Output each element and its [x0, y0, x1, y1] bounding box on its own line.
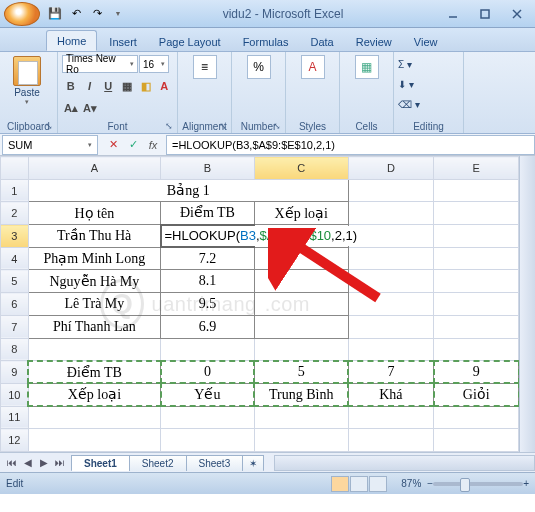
cell[interactable]: 6.9	[161, 315, 255, 338]
cell[interactable]	[434, 202, 519, 225]
underline-button[interactable]: U	[99, 77, 117, 95]
cell[interactable]	[348, 338, 433, 361]
cell[interactable]	[348, 429, 433, 452]
zoom-in-button[interactable]: +	[523, 478, 529, 489]
redo-icon[interactable]: ↷	[88, 5, 106, 23]
clear-button[interactable]: ⌫ ▾	[398, 94, 459, 114]
cell[interactable]: Nguyễn Hà My	[28, 270, 160, 293]
cell[interactable]	[434, 406, 519, 429]
cell[interactable]	[254, 247, 348, 270]
view-page-layout-button[interactable]	[350, 476, 368, 492]
zoom-percent[interactable]: 87%	[401, 478, 421, 489]
cell[interactable]: Phí Thanh Lan	[28, 315, 160, 338]
italic-button[interactable]: I	[81, 77, 99, 95]
cell[interactable]	[434, 315, 519, 338]
cell[interactable]	[28, 429, 160, 452]
sheet-nav-prev-icon[interactable]: ◀	[20, 455, 36, 471]
cells-icon[interactable]: ▦	[355, 55, 379, 79]
font-size-box[interactable]: 16▾	[139, 55, 169, 73]
styles-icon[interactable]: A	[301, 55, 325, 79]
cell[interactable]: Xếp loại	[28, 383, 160, 406]
undo-icon[interactable]: ↶	[67, 5, 85, 23]
sheet-nav-last-icon[interactable]: ⏭	[52, 455, 68, 471]
cell[interactable]	[434, 338, 519, 361]
save-icon[interactable]: 💾	[46, 5, 64, 23]
cell[interactable]: Phạm Minh Long	[28, 247, 160, 270]
cell[interactable]	[254, 270, 348, 293]
select-all-corner[interactable]	[1, 157, 29, 180]
bold-button[interactable]: B	[62, 77, 80, 95]
view-normal-button[interactable]	[331, 476, 349, 492]
row-header[interactable]: 3	[1, 225, 29, 248]
row-header[interactable]: 7	[1, 315, 29, 338]
col-header-b[interactable]: B	[161, 157, 255, 180]
tab-formulas[interactable]: Formulas	[233, 32, 299, 51]
cell[interactable]: Giỏi	[434, 383, 519, 406]
row-header[interactable]: 4	[1, 247, 29, 270]
maximize-button[interactable]	[471, 5, 499, 23]
row-header[interactable]: 9	[1, 361, 29, 384]
cell[interactable]: 9	[434, 361, 519, 384]
vertical-scrollbar[interactable]	[519, 156, 535, 452]
tab-insert[interactable]: Insert	[99, 32, 147, 51]
cell[interactable]: Bảng 1	[28, 179, 348, 202]
cell[interactable]	[434, 247, 519, 270]
col-header-a[interactable]: A	[28, 157, 160, 180]
cell[interactable]	[434, 225, 519, 248]
number-expand-icon[interactable]: ⤡	[271, 120, 283, 132]
cell[interactable]	[254, 429, 348, 452]
zoom-slider[interactable]	[433, 482, 523, 486]
row-header[interactable]: 8	[1, 338, 29, 361]
row-header[interactable]: 11	[1, 406, 29, 429]
name-box[interactable]: SUM▾	[2, 135, 98, 155]
cell[interactable]	[348, 247, 433, 270]
cell[interactable]	[434, 293, 519, 316]
qat-customize-icon[interactable]: ▼	[109, 5, 127, 23]
cell[interactable]	[348, 406, 433, 429]
horizontal-scrollbar[interactable]	[274, 455, 535, 471]
cell[interactable]: 0	[161, 361, 255, 384]
col-header-e[interactable]: E	[434, 157, 519, 180]
cell[interactable]	[348, 202, 433, 225]
row-header[interactable]: 1	[1, 179, 29, 202]
cancel-formula-icon[interactable]: ✕	[104, 136, 122, 154]
cell[interactable]: Lê Trà My	[28, 293, 160, 316]
alignment-expand-icon[interactable]: ⤡	[217, 120, 229, 132]
tab-data[interactable]: Data	[300, 32, 343, 51]
fill-button[interactable]: ⬇ ▾	[398, 74, 459, 94]
cell[interactable]: Họ tên	[28, 202, 160, 225]
font-name-box[interactable]: Times New Ro▾	[62, 55, 138, 73]
tab-page-layout[interactable]: Page Layout	[149, 32, 231, 51]
cell[interactable]	[161, 406, 255, 429]
office-button[interactable]	[4, 2, 40, 26]
cell[interactable]	[28, 338, 160, 361]
sheet-nav-first-icon[interactable]: ⏮	[4, 455, 20, 471]
cell[interactable]	[348, 293, 433, 316]
font-color-button[interactable]: A	[155, 77, 173, 95]
cell[interactable]	[254, 406, 348, 429]
view-page-break-button[interactable]	[369, 476, 387, 492]
cell[interactable]	[254, 338, 348, 361]
tab-home[interactable]: Home	[46, 30, 97, 51]
enter-formula-icon[interactable]: ✓	[124, 136, 142, 154]
tab-review[interactable]: Review	[346, 32, 402, 51]
fill-color-button[interactable]: ◧	[137, 77, 155, 95]
cell[interactable]	[28, 406, 160, 429]
row-header[interactable]: 2	[1, 202, 29, 225]
paste-button[interactable]: Paste ▾	[4, 54, 50, 112]
cell[interactable]: 7	[348, 361, 433, 384]
sheet-tab[interactable]: Sheet1	[71, 455, 130, 471]
sheet-tab[interactable]: Sheet3	[186, 455, 244, 471]
number-icon[interactable]: %	[247, 55, 271, 79]
cell[interactable]: Khá	[348, 383, 433, 406]
fx-icon[interactable]: fx	[144, 136, 162, 154]
minimize-button[interactable]	[439, 5, 467, 23]
clipboard-expand-icon[interactable]: ⤡	[43, 120, 55, 132]
cell[interactable]	[348, 179, 433, 202]
new-sheet-button[interactable]: ✶	[242, 455, 264, 471]
cell[interactable]: Xếp loại	[254, 202, 348, 225]
tab-view[interactable]: View	[404, 32, 448, 51]
cell[interactable]: 9.5	[161, 293, 255, 316]
row-header[interactable]: 5	[1, 270, 29, 293]
cell[interactable]	[161, 429, 255, 452]
